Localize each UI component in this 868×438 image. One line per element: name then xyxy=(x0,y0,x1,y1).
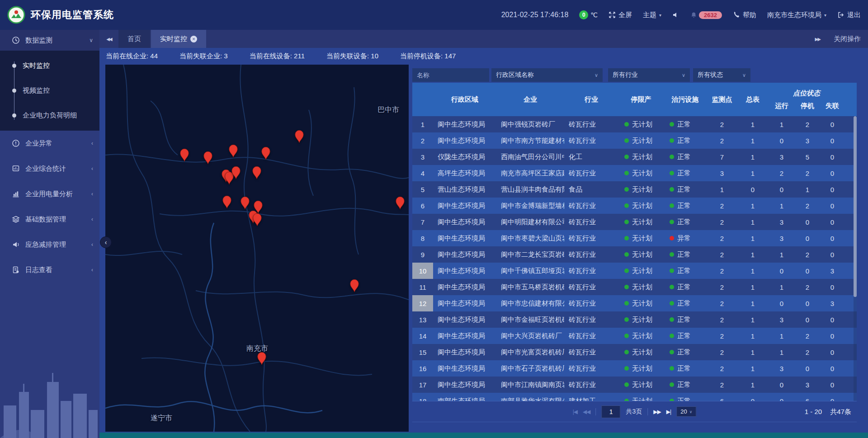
cell-running: 0 xyxy=(768,132,795,149)
map-pin-icon[interactable] xyxy=(261,146,271,160)
group-header-label: 点位状态 xyxy=(768,89,845,98)
scrollbar-thumb[interactable] xyxy=(854,116,857,297)
chevron-down-icon: ∨ xyxy=(689,410,693,414)
sidebar-item-megaphone[interactable]: 应急减排管理‹ xyxy=(0,232,99,257)
table-row[interactable]: 10阆中生态环境局阆中千佛镇五郎垭页岩砖瓦行业无计划正常21003 xyxy=(412,263,857,279)
table-row[interactable]: 14阆中生态环境局阆中大兴页岩机砖厂砖瓦行业无计划正常21120 xyxy=(412,328,857,344)
map-pin-icon[interactable] xyxy=(222,195,232,209)
cell-meters: 1 xyxy=(737,246,768,263)
sidebar-item-stats[interactable]: 企业综合统计‹ xyxy=(0,156,99,181)
tab-首页[interactable]: 首页 xyxy=(118,30,150,48)
table-row[interactable]: 5营山生态环境局营山县润丰肉食品有限食品无计划正常10010 xyxy=(412,181,857,198)
table-row[interactable]: 13阆中生态环境局阆中市金福旺页岩机砖砖瓦行业无计划正常21300 xyxy=(412,311,857,328)
table-scrollbar[interactable] xyxy=(854,116,857,401)
cell-industry: 砖瓦行业 xyxy=(564,214,618,230)
cell-industry: 砖瓦行业 xyxy=(564,246,618,263)
region-filter-select[interactable]: 行政区域名称∨ xyxy=(491,68,603,82)
map-pin-icon[interactable] xyxy=(395,196,405,210)
name-filter-input[interactable] xyxy=(412,68,489,82)
theme-dropdown[interactable]: 主题▾ xyxy=(643,11,661,19)
cell-industry: 砖瓦行业 xyxy=(564,263,618,279)
page-size-select[interactable]: 20∨ xyxy=(676,406,696,417)
map-pin-icon[interactable] xyxy=(240,196,250,210)
tabs-scroll-left-icon[interactable]: ◀◀ xyxy=(99,30,118,48)
sidebar-subitem[interactable]: 企业电力负荷明细 xyxy=(0,103,99,128)
status-dot-icon xyxy=(670,203,674,208)
cell-offline: 0 xyxy=(820,116,845,132)
sidebar-item-layers[interactable]: 基础数据管理‹ xyxy=(0,207,99,232)
cell-stopped: 2 xyxy=(795,165,820,181)
status-dot-icon xyxy=(624,203,629,208)
industry-filter-select[interactable]: 所有行业∨ xyxy=(608,68,690,82)
table-row[interactable]: 1阆中生态环境局阆中强锐页岩砖厂砖瓦行业无计划正常21120 xyxy=(412,116,857,132)
sidebar-subitem[interactable]: 实时监控 xyxy=(0,53,99,78)
close-icon[interactable]: × xyxy=(190,36,197,42)
sidebar-item-clock[interactable]: 数据监测∨ xyxy=(0,30,99,51)
status-filter-select[interactable]: 所有状态∨ xyxy=(693,68,750,82)
cell-points: 2 xyxy=(707,295,737,311)
cell-offline: 0 xyxy=(820,344,845,360)
cell-company: 阆中市石子页岩机砖厂 xyxy=(496,360,564,377)
map-pin-icon[interactable] xyxy=(231,166,241,179)
cell-stopped: 3 xyxy=(795,377,820,393)
notification-badge[interactable]: 2632 xyxy=(690,11,722,19)
fullscreen-button[interactable]: 全屏 xyxy=(609,11,632,19)
cell-industry: 化工 xyxy=(564,149,618,165)
table-row[interactable]: 7阆中生态环境局阆中明阳建材有限公司砖瓦行业无计划正常21300 xyxy=(412,214,857,230)
prev-page-button[interactable]: ◀◀ xyxy=(583,409,590,415)
next-page-button[interactable]: ▶▶ xyxy=(653,409,660,415)
map-pin-icon[interactable] xyxy=(252,213,262,226)
sidebar-item-log[interactable]: 日志查看‹ xyxy=(0,257,99,283)
bell-icon xyxy=(690,12,697,19)
last-page-button[interactable]: ▶| xyxy=(666,409,671,415)
sidebar-collapse-toggle[interactable]: ‹ xyxy=(100,236,112,248)
row-index: 6 xyxy=(412,198,433,214)
table-row[interactable]: 2阆中生态环境局阆中市南方节能建材有砖瓦行业无计划正常21030 xyxy=(412,132,857,149)
cell-limit-status: 无计划 xyxy=(618,181,664,198)
map-pin-icon[interactable] xyxy=(294,130,304,143)
cell-points: 2 xyxy=(707,328,737,344)
first-page-button[interactable]: |◀ xyxy=(573,409,577,415)
table-row[interactable]: 4高坪生态环境局南充市高坪区王家店建砖瓦行业无计划正常31220 xyxy=(412,165,857,181)
map-panel[interactable]: 巴中市南充市遂宁市 xyxy=(105,65,409,432)
map-pin-icon[interactable] xyxy=(203,151,213,165)
map-pin-icon[interactable] xyxy=(349,279,359,292)
table-row[interactable]: 18南部生态环境局南部县雅华水泥有限公建材加工无计划正常60060 xyxy=(412,393,857,401)
table-row[interactable]: 16阆中生态环境局阆中市石子页岩机砖厂砖瓦行业无计划正常21300 xyxy=(412,360,857,377)
table-row[interactable]: 6阆中生态环境局阆中市金博瑞新型墙材砖瓦行业无计划正常21120 xyxy=(412,198,857,214)
row-index: 10 xyxy=(412,263,433,279)
cell-facility-status: 正常 xyxy=(664,165,707,181)
cell-stopped: 0 xyxy=(795,360,820,377)
table-row[interactable]: 8阆中生态环境局阆中市枣碧大梁山页岩砖瓦行业无计划异常21300 xyxy=(412,230,857,246)
table-row[interactable]: 17阆中生态环境局阆中市江南镇阆南页岩砖瓦行业无计划正常21030 xyxy=(412,377,857,393)
map-pin-icon[interactable] xyxy=(179,148,189,162)
sidebar-item-chart[interactable]: 企业用电量分析‹ xyxy=(0,181,99,207)
map-pin-icon[interactable] xyxy=(228,144,238,158)
table-row[interactable]: 12阆中生态环境局阆中市忠信建材有限公砖瓦行业无计划正常21003 xyxy=(412,295,857,311)
logout-button[interactable]: 退出 xyxy=(837,11,861,19)
sidebar-subitem[interactable]: 视频监控 xyxy=(0,78,99,103)
map-pin-icon[interactable] xyxy=(257,352,267,365)
cell-facility-status: 正常 xyxy=(664,360,707,377)
volume-mute-icon[interactable] xyxy=(672,11,679,19)
record-range-label: 1 - 20 共47条 xyxy=(798,407,851,416)
cell-offline: 0 xyxy=(820,279,845,295)
table-row[interactable]: 3仪陇生态环境局西南油气田分公司川中化工无计划正常71350 xyxy=(412,149,857,165)
map-pin-icon[interactable] xyxy=(252,166,262,179)
org-dropdown[interactable]: 南充市生态环境局▾ xyxy=(767,11,826,19)
table-row[interactable]: 15阆中生态环境局阆中市光富页岩机砖厂砖瓦行业无计划正常21120 xyxy=(412,344,857,360)
cell-region: 阆中生态环境局 xyxy=(433,377,496,393)
tabs-scroll-right-icon[interactable]: ▶▶ xyxy=(815,37,820,42)
col-region: 行政区域 xyxy=(433,83,496,116)
cell-running: 3 xyxy=(768,214,795,230)
page-number-input[interactable] xyxy=(602,405,621,418)
close-operations-button[interactable]: 关闭操作 xyxy=(834,35,861,43)
tab-实时监控[interactable]: 实时监控× xyxy=(151,30,206,48)
sidebar-item-alert[interactable]: 企业异常‹ xyxy=(0,131,99,156)
cell-meters: 1 xyxy=(737,295,768,311)
table-row[interactable]: 11阆中生态环境局阆中市五马桥页岩机砖砖瓦行业无计划正常21120 xyxy=(412,279,857,295)
status-dot-icon xyxy=(624,350,629,354)
table-row[interactable]: 9阆中生态环境局阆中市二龙长宝页岩砖砖瓦行业无计划正常21120 xyxy=(412,246,857,263)
help-button[interactable]: 帮助 xyxy=(733,11,756,19)
cell-facility-status: 正常 xyxy=(664,328,707,344)
